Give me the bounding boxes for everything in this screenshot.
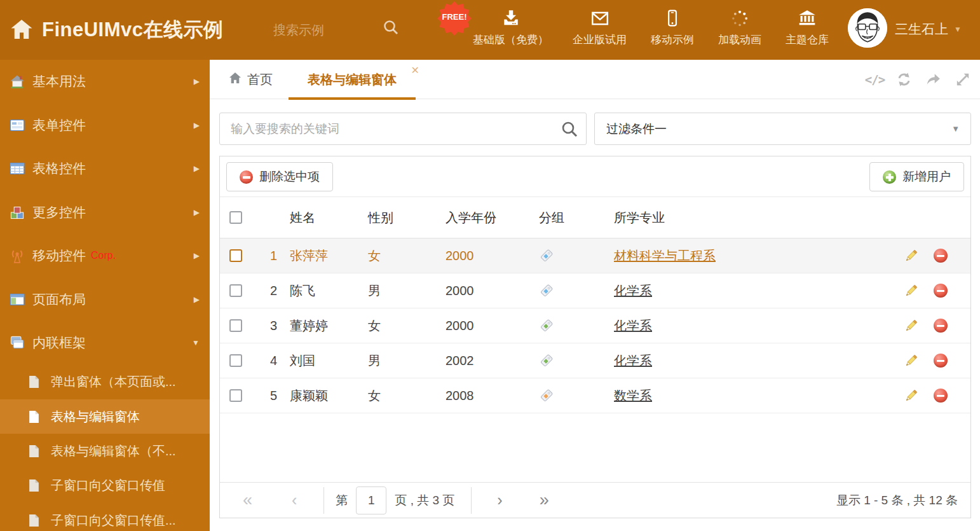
sidebar-subitem-label: 弹出窗体（本页面或...: [51, 373, 176, 390]
sidebar-item-label: 页面布局: [32, 291, 86, 308]
select-all-checkbox[interactable]: [229, 211, 242, 224]
share-button[interactable]: [925, 71, 942, 88]
nav-item-loading-animation[interactable]: 加载动画: [718, 8, 761, 53]
sidebar-subitem-popup-window[interactable]: 弹出窗体（本页面或...: [0, 365, 210, 399]
fullscreen-button[interactable]: [954, 71, 971, 88]
keyword-search-input[interactable]: [219, 113, 587, 145]
divider: [323, 487, 324, 514]
prev-page-button[interactable]: ‹: [292, 492, 297, 508]
expand-icon: [955, 71, 971, 88]
home-icon: [229, 72, 242, 87]
first-page-button[interactable]: «: [243, 492, 252, 509]
sidebar-subitem-grid-edit-window[interactable]: 表格与编辑窗体: [0, 399, 210, 434]
edit-icon[interactable]: [904, 284, 918, 298]
minus-icon: [240, 170, 253, 184]
app-home-icon[interactable]: [10, 18, 33, 40]
delete-icon[interactable]: [934, 249, 948, 263]
tab-grid-edit-window[interactable]: 表格与编辑窗体 ✕: [285, 60, 419, 99]
sidebar-subitem-child-to-parent[interactable]: 子窗口向父窗口传值: [0, 469, 210, 503]
nav-label: 主题仓库: [786, 32, 829, 47]
row-checkbox[interactable]: [229, 389, 242, 402]
sidebar-subitem-grid-edit-window-2[interactable]: 表格与编辑窗体（不...: [0, 434, 210, 468]
nav-label: 基础版（免费）: [473, 32, 548, 47]
row-checkbox[interactable]: [229, 319, 242, 332]
free-badge-label: FREE!: [437, 12, 472, 22]
download-icon: [501, 8, 521, 29]
search-icon[interactable]: [383, 19, 399, 36]
sidebar-item-basic-usage[interactable]: 基本用法 ▶: [0, 60, 210, 104]
delete-icon[interactable]: [934, 284, 948, 298]
edit-icon[interactable]: [904, 389, 918, 403]
nav-item-enterprise-trial[interactable]: 企业版试用: [573, 8, 627, 53]
row-checkbox[interactable]: [229, 284, 242, 297]
edit-icon[interactable]: [904, 249, 918, 263]
search-icon[interactable]: [561, 120, 578, 138]
last-page-button[interactable]: »: [540, 492, 549, 509]
table-row[interactable]: 5 康颖颖 女 2008 数学系: [220, 378, 970, 413]
add-user-button[interactable]: 新增用户: [869, 162, 964, 191]
col-year: 入学年份: [439, 209, 531, 226]
major-link[interactable]: 材料科学与工程系: [614, 249, 716, 263]
close-icon[interactable]: ✕: [411, 66, 419, 76]
col-name: 姓名: [278, 209, 363, 226]
nav-item-theme-store[interactable]: 主题仓库: [786, 8, 829, 53]
chevron-right-icon: ▶: [194, 164, 200, 173]
avatar[interactable]: [848, 8, 887, 48]
sidebar-item-mobile-controls[interactable]: 移动控件 Corp. ▶: [0, 234, 210, 278]
sidebar-item-label: 基本用法: [32, 72, 86, 90]
table-row[interactable]: 1 张萍萍 女 2000 材料科学与工程系: [220, 238, 970, 273]
page-number-input[interactable]: [356, 486, 386, 514]
major-link[interactable]: 数学系: [614, 389, 652, 403]
row-checkbox[interactable]: [229, 354, 242, 367]
free-badge: FREE!: [437, 1, 472, 36]
view-source-button[interactable]: </>: [866, 71, 883, 88]
sidebar-subitem-child-to-parent-2[interactable]: 子窗口向父窗口传值...: [0, 503, 210, 531]
row-index: 3: [258, 319, 278, 333]
button-label: 删除选中项: [259, 169, 320, 185]
tag-icon: [539, 318, 554, 333]
cell-name: 张萍萍: [278, 247, 363, 265]
cell-year: 2008: [439, 389, 531, 403]
frames-icon: [9, 335, 25, 350]
major-link[interactable]: 化学系: [614, 319, 652, 333]
sidebar-item-page-layout[interactable]: 页面布局 ▶: [0, 278, 210, 322]
major-link[interactable]: 化学系: [614, 354, 652, 368]
delete-icon[interactable]: [934, 319, 948, 333]
sidebar-subitem-label: 表格与编辑窗体（不...: [51, 443, 176, 460]
form-icon: [9, 118, 25, 133]
delete-selected-button[interactable]: 删除选中项: [226, 162, 333, 191]
delete-icon[interactable]: [934, 354, 948, 368]
header-search-input[interactable]: [273, 18, 378, 42]
cell-gender: 女: [363, 317, 439, 334]
refresh-button[interactable]: [895, 71, 913, 88]
chevron-down-icon: ▼: [951, 124, 960, 134]
table-row[interactable]: 2 陈飞 男 2000 化学系: [220, 273, 970, 308]
user-menu[interactable]: 三生石上 ▼: [895, 20, 962, 38]
cell-year: 2000: [439, 284, 531, 298]
cubes-icon: [9, 205, 25, 220]
nav-item-basic-free[interactable]: 基础版（免费）: [473, 8, 548, 53]
sidebar-subitem-label: 子窗口向父窗口传值...: [51, 512, 176, 529]
sidebar-item-form-controls[interactable]: 表单控件 ▶: [0, 104, 210, 148]
delete-icon[interactable]: [934, 389, 948, 403]
row-checkbox[interactable]: [229, 249, 242, 262]
username: 三生石上: [895, 20, 948, 38]
page-count-label: 页 , 共 3 页: [395, 492, 454, 509]
edit-icon[interactable]: [904, 319, 918, 333]
tab-home[interactable]: 首页: [229, 60, 273, 99]
sidebar-item-more-controls[interactable]: 更多控件 ▶: [0, 191, 210, 235]
filter-dropdown-value: 过滤条件一: [606, 121, 667, 137]
filter-dropdown[interactable]: 过滤条件一 ▼: [594, 113, 971, 145]
chevron-right-icon: ▶: [194, 251, 200, 260]
chevron-down-icon: ▼: [192, 338, 200, 347]
major-link[interactable]: 化学系: [614, 284, 652, 298]
next-page-button[interactable]: ›: [497, 492, 502, 508]
edit-icon[interactable]: [904, 354, 918, 368]
table-row[interactable]: 3 董婷婷 女 2000 化学系: [220, 308, 970, 343]
table-row[interactable]: 4 刘国 男 2002 化学系: [220, 343, 970, 378]
sidebar-item-iframe[interactable]: 内联框架 ▼: [0, 321, 210, 365]
table-icon: [9, 161, 25, 176]
row-index: 4: [258, 354, 278, 368]
sidebar-item-grid-controls[interactable]: 表格控件 ▶: [0, 147, 210, 191]
nav-item-mobile-demo[interactable]: 移动示例: [651, 8, 694, 53]
